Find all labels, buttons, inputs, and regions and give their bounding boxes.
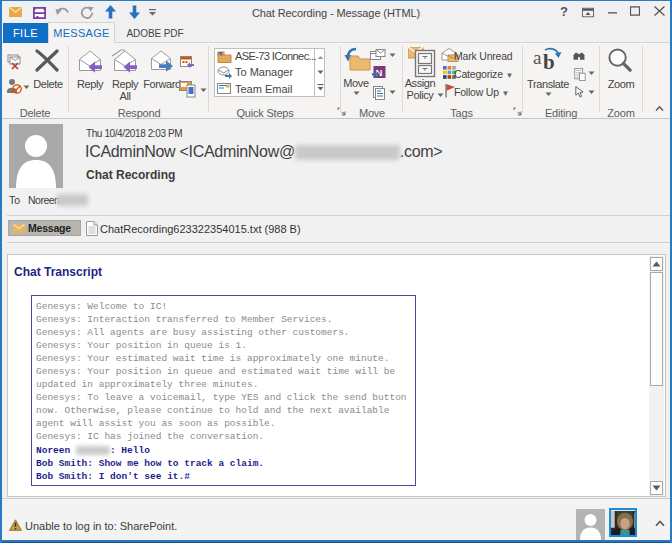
svg-text:a: a	[533, 47, 542, 68]
svg-text:b: b	[543, 50, 555, 73]
